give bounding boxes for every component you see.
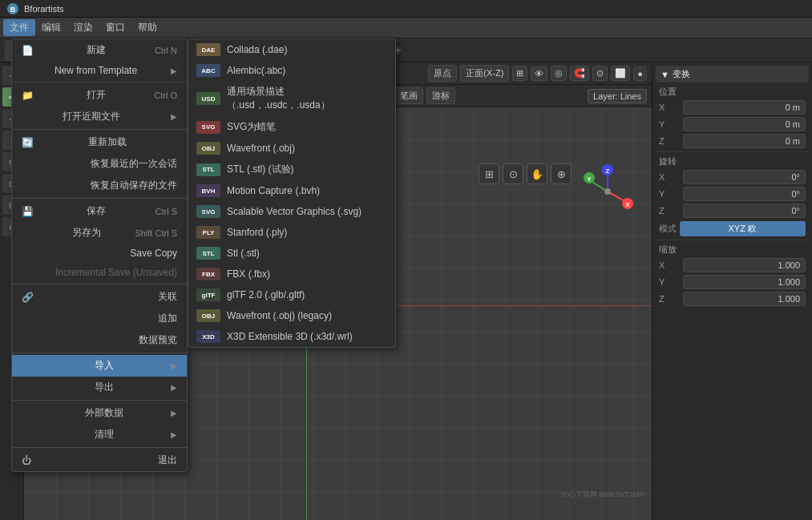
import-bvh[interactable]: BVH Motion Capture (.bvh) — [188, 180, 395, 201]
scale-x-value[interactable]: 1.000 — [683, 258, 806, 272]
menu-item-save[interactable]: 💾 保存 Ctrl S — [12, 200, 187, 222]
render-icon[interactable]: ◎ — [551, 66, 567, 81]
menu-render[interactable]: 渲染 — [67, 19, 99, 36]
prop-icon[interactable]: ⊙ — [592, 66, 608, 81]
import-stl-exp[interactable]: STL STL (.stl) (试验) — [188, 159, 395, 180]
menu-edit[interactable]: 编辑 — [35, 19, 67, 36]
menu-item-clean[interactable]: 清理 — [12, 424, 187, 445]
pos-x-value[interactable]: 0 m — [683, 100, 806, 115]
menu-sep-2 — [12, 129, 187, 130]
menu-item-data-preview[interactable]: 数据预览 — [12, 329, 187, 351]
camera-nav-icon[interactable]: ⊙ — [503, 163, 523, 184]
svg-text:X: X — [625, 201, 630, 208]
transform-collapse-icon[interactable]: ▼ — [661, 70, 669, 79]
menu-item-export[interactable]: 导出 — [12, 377, 187, 398]
stl-exp-badge: STL — [196, 163, 220, 176]
fbx-badge: FBX — [196, 268, 220, 280]
menu-item-quit[interactable]: ⏻ 退出 — [12, 449, 187, 471]
gltf-badge: glTF — [196, 288, 220, 301]
menu-item-recover-last[interactable]: 恢复最近的一次会话 — [12, 153, 187, 175]
menu-sep-6 — [12, 400, 187, 401]
menu-item-open[interactable]: 📁 打开 Ctrl O — [12, 84, 187, 106]
import-obj-legacy[interactable]: OBJ Wavefront (.obj) (legacy) — [188, 305, 395, 326]
menu-item-append[interactable]: 追加 — [12, 308, 187, 329]
menu-item-new[interactable]: 📄 新建 Ctrl N — [12, 39, 187, 61]
svg-text:Y: Y — [587, 175, 592, 183]
menu-bar: 文件 编辑 渲染 窗口 帮助 — [0, 18, 812, 38]
right-panel: ▼ 变换 位置 X 0 m Y 0 m Z 0 m 旋转 X 0° — [652, 62, 812, 520]
import-gltf[interactable]: glTF glTF 2.0 (.glb/.gltf) — [188, 284, 395, 305]
scale-z-row: Z 1.000 — [656, 292, 809, 306]
position-section-label: 位置 — [656, 86, 809, 98]
collada-badge: DAE — [196, 43, 220, 56]
menu-help[interactable]: 帮助 — [131, 19, 164, 36]
rot-x-value[interactable]: 0° — [683, 170, 806, 184]
grid-nav-icon[interactable]: ⊞ — [479, 163, 499, 184]
menu-item-new-template[interactable]: New from Template — [12, 61, 187, 80]
import-obj[interactable]: OBJ Wavefront (.obj) — [188, 138, 395, 159]
menu-sep-7 — [12, 447, 187, 448]
pos-z-label: Z — [659, 136, 683, 146]
grid-icon[interactable]: ⊞ — [512, 66, 527, 81]
pos-y-label: Y — [659, 119, 683, 129]
app-title: Bforartists — [24, 4, 64, 14]
origin-select[interactable]: 原点 — [428, 65, 457, 82]
mode-select[interactable]: XYZ 欧 — [680, 221, 806, 236]
menu-item-save-as[interactable]: 另存为 Shift Ctrl S — [12, 222, 187, 244]
import-collada[interactable]: DAE Collada (.dae) — [188, 39, 395, 60]
rot-z-value[interactable]: 0° — [683, 204, 806, 218]
obj-badge: OBJ — [196, 142, 220, 155]
svg-text:B: B — [10, 6, 16, 14]
file-menu: 📄 新建 Ctrl N New from Template 📁 打开 Ctrl … — [11, 38, 188, 472]
hand-nav-icon[interactable]: ✋ — [527, 163, 547, 184]
save-icon: 💾 — [22, 206, 38, 217]
menu-item-link[interactable]: 🔗 关联 — [12, 286, 187, 308]
menu-item-import[interactable]: 导入 — [12, 355, 187, 377]
menu-window[interactable]: 窗口 — [99, 19, 131, 36]
mode-row: 模式 XYZ 欧 — [656, 221, 809, 236]
mode-icon[interactable]: ● — [633, 67, 647, 81]
menu-file[interactable]: 文件 — [3, 19, 35, 36]
rotation-z-row: Z 0° — [656, 204, 809, 218]
import-ply[interactable]: PLY Stanford (.ply) — [188, 222, 395, 243]
import-x3d[interactable]: X3D X3D Extensible 3D (.x3d/.wrl) — [188, 326, 395, 347]
sep-2 — [656, 240, 809, 240]
scale-z-value[interactable]: 1.000 — [683, 292, 806, 306]
menu-item-open-recent[interactable]: 打开近期文件 — [12, 106, 187, 127]
svg-point-14 — [604, 188, 611, 195]
quit-icon: ⏻ — [22, 455, 38, 466]
import-stl[interactable]: STL Stl (.stl) — [188, 243, 395, 264]
snap-icon[interactable]: 🧲 — [570, 66, 589, 81]
watermark: 比心下载网 www.bx7.com — [561, 490, 644, 500]
ply-badge: PLY — [196, 226, 220, 239]
pen-btn[interactable]: 笔画 — [394, 87, 423, 104]
pos-y-value[interactable]: 0 m — [683, 117, 806, 131]
rot-z-label: Z — [659, 206, 683, 216]
scale-z-label: Z — [659, 294, 683, 304]
scale-y-value[interactable]: 1.000 — [683, 275, 806, 289]
import-svg[interactable]: SVG Scalable Vector Graphics (.svg) — [188, 201, 395, 222]
gamepad-btn[interactable]: 游标 — [426, 87, 455, 104]
import-fbx[interactable]: FBX FBX (.fbx) — [188, 264, 395, 284]
link-icon: 🔗 — [22, 292, 38, 303]
menu-item-recover-auto[interactable]: 恢复自动保存的文件 — [12, 175, 187, 196]
viewport-gizmo[interactable]: Z X Y — [580, 163, 644, 228]
import-usd[interactable]: USD 通用场景描述（.usd，.usdc，.usda） — [188, 81, 395, 116]
zoom-nav-icon[interactable]: ⊕ — [551, 163, 572, 184]
sep-1 — [656, 151, 809, 152]
rot-y-value[interactable]: 0° — [683, 187, 806, 201]
rot-y-label: Y — [659, 189, 683, 199]
menu-sep-1 — [12, 82, 187, 83]
import-alembic[interactable]: ABC Alembic(.abc) — [188, 60, 395, 81]
menu-item-external-data[interactable]: 外部数据 — [12, 402, 187, 424]
import-svg-grease[interactable]: SVG SVG为蜡笔 — [188, 116, 395, 138]
svg-grease-badge: SVG — [196, 121, 220, 134]
mode-label: 模式 — [659, 223, 680, 235]
layer-badge[interactable]: Layer: Lines — [588, 89, 647, 103]
xray-icon[interactable]: ⬜ — [611, 66, 630, 81]
menu-item-save-copy[interactable]: Save Copy — [12, 244, 187, 263]
view-icon[interactable]: 👁 — [531, 67, 547, 81]
menu-item-revert[interactable]: 🔄 重新加载 — [12, 131, 187, 153]
view-select[interactable]: 正面(X-Z) — [460, 65, 509, 82]
pos-z-value[interactable]: 0 m — [683, 134, 806, 148]
